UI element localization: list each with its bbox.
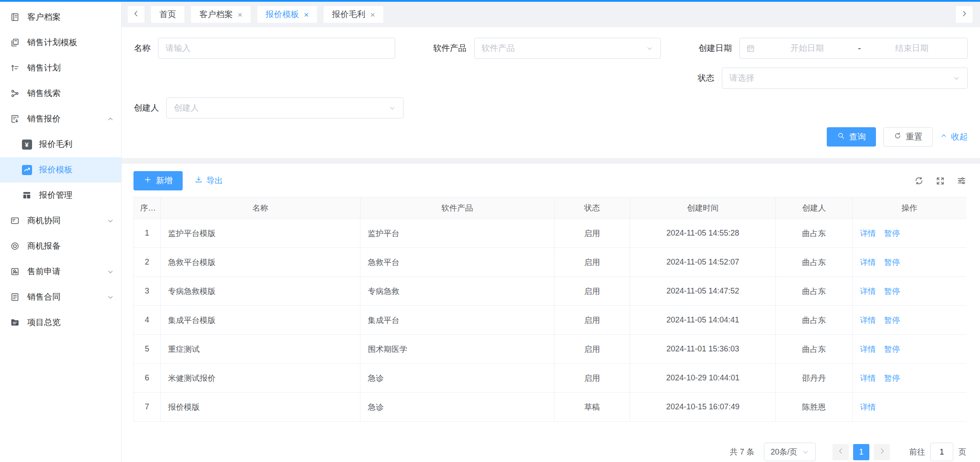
cell-product: 急诊 — [360, 393, 554, 422]
sidebar-item-customer-archive[interactable]: 客户档案 — [0, 4, 121, 30]
reset-button-label: 重置 — [906, 131, 922, 143]
pause-action-link[interactable]: 暂停 — [884, 345, 900, 354]
detail-action-link[interactable]: 详情 — [860, 316, 876, 325]
sidebar-item-label: 商机协同 — [27, 215, 61, 226]
detail-action-link[interactable]: 详情 — [860, 229, 876, 238]
download-icon — [195, 175, 203, 186]
page-size-select[interactable]: 20条/页 — [764, 443, 816, 461]
table-row: 3专病急救模版专病急救启用2024-11-05 14:47:52曲占东详情暂停 — [134, 277, 967, 306]
table-row: 2急救平台模版急救平台启用2024-11-05 14:52:07曲占东详情暂停 — [134, 248, 967, 277]
prev-page-button[interactable] — [832, 444, 849, 460]
tabs-scroll-right-button[interactable] — [956, 6, 973, 23]
panel-divider — [122, 158, 980, 164]
page-number-1[interactable]: 1 — [853, 444, 869, 460]
close-icon[interactable]: × — [238, 11, 242, 19]
column-settings-icon[interactable] — [957, 176, 966, 186]
sidebar-item-sales-contract[interactable]: 销售合同 — [0, 284, 121, 310]
column-header: 序号 — [134, 197, 161, 219]
cell-actions: 详情暂停 — [852, 335, 966, 364]
status-filter-label: 状态 — [698, 72, 714, 84]
cell-status: 启用 — [554, 277, 630, 306]
cell-index: 3 — [134, 277, 161, 306]
export-link[interactable]: 导出 — [195, 175, 223, 186]
table-row: 5重症测试围术期医学启用2024-11-01 15:36:03曲占东详情暂停 — [134, 335, 967, 364]
yen-badge-icon: ¥ — [21, 139, 32, 150]
chevron-down-icon — [646, 45, 653, 52]
detail-action-link[interactable]: 详情 — [860, 374, 876, 383]
cell-name: 集成平台模版 — [160, 306, 360, 335]
cell-index: 2 — [134, 248, 161, 277]
detail-action-link[interactable]: 详情 — [860, 258, 876, 267]
pause-action-link[interactable]: 暂停 — [884, 287, 900, 296]
pause-action-link[interactable]: 暂停 — [884, 316, 900, 325]
name-filter-input[interactable] — [158, 38, 395, 59]
cell-creator: 曲占东 — [776, 306, 852, 335]
sidebar-menu: 客户档案销售计划模板销售计划销售线索销售报价¥报价毛利报价模板报价管理商机协同商… — [0, 2, 122, 462]
product-filter-select[interactable]: 软件产品 — [474, 38, 661, 59]
close-icon[interactable]: × — [304, 11, 309, 19]
sidebar-item-label: 销售合同 — [27, 291, 61, 303]
cell-name: 米健测试报价 — [160, 364, 360, 393]
detail-action-link[interactable]: 详情 — [860, 403, 876, 412]
tabs-scroll-left-button[interactable] — [128, 6, 144, 23]
sidebar-item-sales-plan[interactable]: 销售计划 — [0, 55, 121, 81]
column-header: 创建人 — [776, 197, 852, 219]
date-range-separator: - — [856, 43, 862, 53]
goto-unit-label: 页 — [958, 447, 966, 457]
creator-filter-select[interactable]: 创建人 — [166, 97, 404, 118]
sidebar-item-opportunity-report[interactable]: 商机报备 — [0, 233, 121, 259]
refresh-table-icon[interactable] — [914, 176, 924, 186]
pause-action-link[interactable]: 暂停 — [884, 374, 900, 383]
cell-product: 围术期医学 — [360, 335, 554, 364]
cell-creator: 曲占东 — [776, 219, 852, 248]
product-filter-label: 软件产品 — [433, 43, 467, 54]
column-header: 操作 — [852, 197, 966, 219]
chevron-down-icon — [802, 448, 809, 456]
cell-product: 专病急救 — [360, 277, 554, 306]
detail-action-link[interactable]: 详情 — [860, 287, 876, 296]
detail-action-link[interactable]: 详情 — [860, 345, 876, 354]
tab-label: 客户档案 — [199, 9, 233, 20]
table-row: 4集成平台模版集成平台启用2024-11-05 14:04:41曲占东详情暂停 — [134, 306, 967, 335]
export-link-label: 导出 — [206, 175, 223, 186]
add-button[interactable]: 新增 — [133, 171, 183, 190]
sidebar-item-quote-margin[interactable]: ¥报价毛利 — [0, 132, 121, 157]
sidebar-item-label: 商机报备 — [27, 240, 61, 252]
tab-label: 首页 — [159, 9, 176, 20]
cell-created-time: 2024-10-29 10:44:01 — [630, 364, 776, 393]
sidebar-item-presales-request[interactable]: 售前申请 — [0, 259, 121, 284]
sidebar-item-quote-management[interactable]: 报价管理 — [0, 183, 121, 208]
sidebar-item-quote-template[interactable]: 报价模板 — [0, 157, 121, 183]
created-date-range-picker[interactable]: 开始日期 - 结束日期 — [739, 38, 968, 59]
cell-index: 6 — [134, 364, 161, 393]
sidebar-item-sales-quote[interactable]: 销售报价 — [0, 106, 121, 132]
pause-action-link[interactable]: 暂停 — [884, 229, 900, 238]
sidebar-item-project-overview[interactable]: 项目总览 — [0, 310, 121, 335]
next-page-button[interactable] — [874, 444, 890, 460]
sidebar-item-label: 售前申请 — [27, 266, 61, 277]
tab-quote-template[interactable]: 报价模板× — [257, 6, 317, 23]
goto-page-input[interactable] — [930, 443, 953, 461]
tab-label: 报价模板 — [266, 9, 299, 20]
sidebar-item-label: 报价模板 — [39, 164, 72, 175]
tab-customer-archive[interactable]: 客户档案× — [191, 6, 251, 23]
sort-icon — [9, 62, 21, 74]
start-date-placeholder: 开始日期 — [758, 43, 856, 54]
pause-action-link[interactable]: 暂停 — [884, 258, 900, 267]
search-button[interactable]: 查询 — [827, 127, 876, 147]
fullscreen-icon[interactable] — [936, 176, 945, 186]
tab-quote-margin[interactable]: 报价毛利× — [324, 6, 383, 23]
tab-list: 首页客户档案×报价模板×报价毛利× — [151, 6, 949, 23]
reset-button[interactable]: 重置 — [883, 127, 933, 147]
copy-icon — [9, 37, 21, 48]
sidebar-item-opportunity-collab[interactable]: 商机协同 — [0, 208, 121, 233]
collapse-filters-link[interactable]: 收起 — [940, 131, 968, 143]
sidebar-item-sales-plan-template[interactable]: 销售计划模板 — [0, 30, 121, 55]
chevron-right-icon — [960, 10, 968, 19]
status-filter-select[interactable]: 请选择 — [722, 68, 968, 89]
tab-home[interactable]: 首页 — [151, 6, 184, 23]
close-icon[interactable]: × — [370, 11, 375, 19]
sidebar-item-sales-leads[interactable]: 销售线索 — [0, 81, 121, 106]
sidebar-item-label: 销售计划 — [27, 62, 61, 74]
creator-filter-label: 创建人 — [134, 102, 159, 114]
